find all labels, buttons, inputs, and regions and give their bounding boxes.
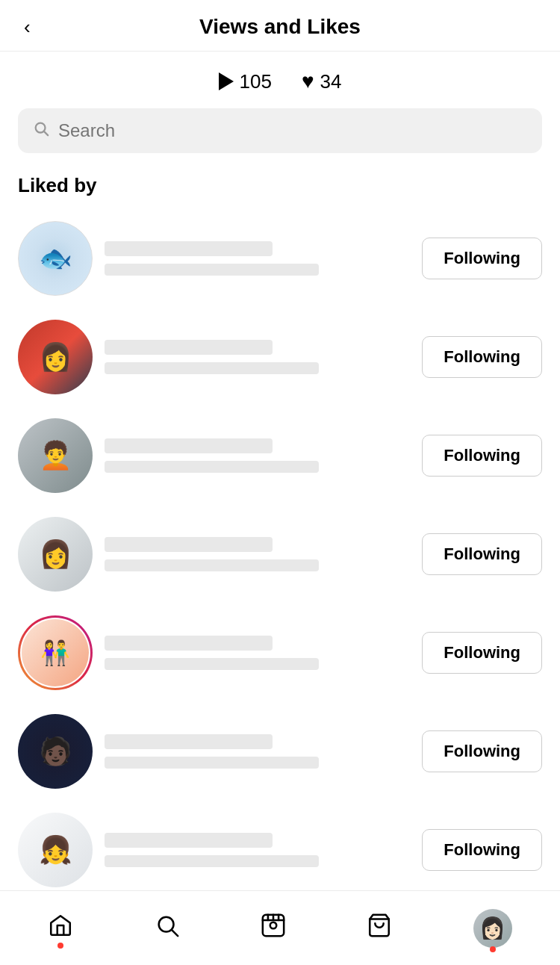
reels-icon: [261, 913, 286, 944]
search-nav-icon: [155, 913, 180, 944]
avatar: 👩: [18, 320, 93, 394]
user-info: [105, 734, 410, 769]
avatar: 🧑‍🦱: [18, 418, 93, 493]
avatar: 🧑🏿: [18, 714, 93, 789]
home-icon: [48, 913, 73, 944]
list-item: 👩 Following: [0, 308, 560, 406]
search-icon: [33, 120, 49, 141]
nav-search[interactable]: [140, 905, 195, 952]
likes-count: 34: [320, 70, 342, 93]
avatar: 🐟: [18, 221, 93, 296]
user-info: [105, 833, 410, 867]
username-placeholder: [105, 636, 273, 651]
search-input[interactable]: [58, 120, 527, 141]
username-placeholder: [105, 438, 273, 453]
user-info: [105, 636, 410, 670]
following-button[interactable]: Following: [422, 632, 542, 674]
handle-placeholder: [105, 362, 319, 374]
search-box[interactable]: [18, 108, 542, 153]
list-item: 🐟 Following: [0, 209, 560, 308]
user-info: [105, 241, 410, 276]
user-info: [105, 438, 410, 473]
handle-placeholder: [105, 855, 319, 867]
svg-point-5: [270, 922, 277, 928]
likes-stat: ♥ 34: [302, 69, 342, 93]
username-placeholder: [105, 241, 273, 256]
username-placeholder: [105, 734, 273, 749]
section-title: Liked by: [0, 168, 560, 209]
list-item: 👩 Following: [0, 505, 560, 603]
username-placeholder: [105, 340, 273, 355]
following-button[interactable]: Following: [422, 336, 542, 378]
nav-reels[interactable]: [246, 905, 301, 952]
avatar: 👩: [18, 517, 93, 592]
header: ‹ Views and Likes: [0, 0, 560, 52]
svg-line-1: [44, 131, 48, 135]
back-button[interactable]: ‹: [18, 13, 37, 42]
shop-icon: [367, 913, 392, 944]
user-info: [105, 537, 410, 571]
page-title: Views and Likes: [199, 15, 361, 39]
bottom-nav: 👩🏻: [0, 890, 560, 965]
following-button[interactable]: Following: [422, 730, 542, 772]
handle-placeholder: [105, 264, 319, 276]
username-placeholder: [105, 833, 273, 848]
svg-line-3: [172, 930, 178, 936]
list-item: 👫 Following: [0, 603, 560, 702]
list-item: 🧑‍🦱 Following: [0, 406, 560, 505]
nav-profile[interactable]: 👩🏻: [458, 902, 527, 955]
search-container: [0, 108, 560, 168]
username-placeholder: [105, 537, 273, 552]
handle-placeholder: [105, 757, 319, 769]
nav-home[interactable]: [33, 905, 88, 952]
following-button[interactable]: Following: [422, 533, 542, 575]
avatar: 👧: [18, 813, 93, 887]
views-count: 105: [240, 70, 272, 93]
home-notification-dot: [57, 943, 63, 949]
profile-notification-dot: [490, 946, 496, 952]
nav-shop[interactable]: [352, 905, 407, 952]
handle-placeholder: [105, 559, 319, 571]
list-item: 🧑🏿 Following: [0, 702, 560, 801]
views-stat: 105: [219, 70, 272, 93]
stats-bar: 105 ♥ 34: [0, 52, 560, 108]
handle-placeholder: [105, 461, 319, 473]
list-item: 👧 Following: [0, 801, 560, 899]
heart-icon: ♥: [302, 69, 314, 93]
user-info: [105, 340, 410, 374]
user-list: 🐟 Following 👩 Following 🧑‍🦱: [0, 209, 560, 899]
play-icon: [219, 72, 234, 90]
profile-avatar: 👩🏻: [473, 909, 512, 948]
following-button[interactable]: Following: [422, 829, 542, 871]
following-button[interactable]: Following: [422, 238, 542, 279]
following-button[interactable]: Following: [422, 435, 542, 477]
avatar: 👫: [18, 615, 93, 690]
handle-placeholder: [105, 658, 319, 670]
